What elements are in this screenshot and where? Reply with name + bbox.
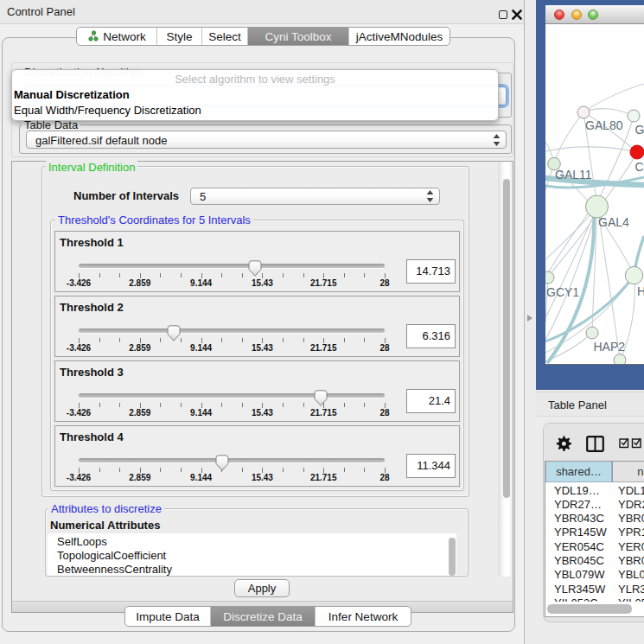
svg-text:C: C bbox=[635, 160, 644, 174]
svg-text:HIS: HIS bbox=[637, 284, 644, 298]
svg-text:GAL3: GAL3 bbox=[635, 123, 644, 137]
svg-text:GAL80: GAL80 bbox=[585, 118, 623, 132]
svg-text:HAP2: HAP2 bbox=[594, 340, 626, 354]
svg-text:GCY1: GCY1 bbox=[546, 285, 579, 299]
svg-text:GAL11: GAL11 bbox=[555, 168, 592, 182]
svg-text:GAL4: GAL4 bbox=[598, 215, 629, 229]
